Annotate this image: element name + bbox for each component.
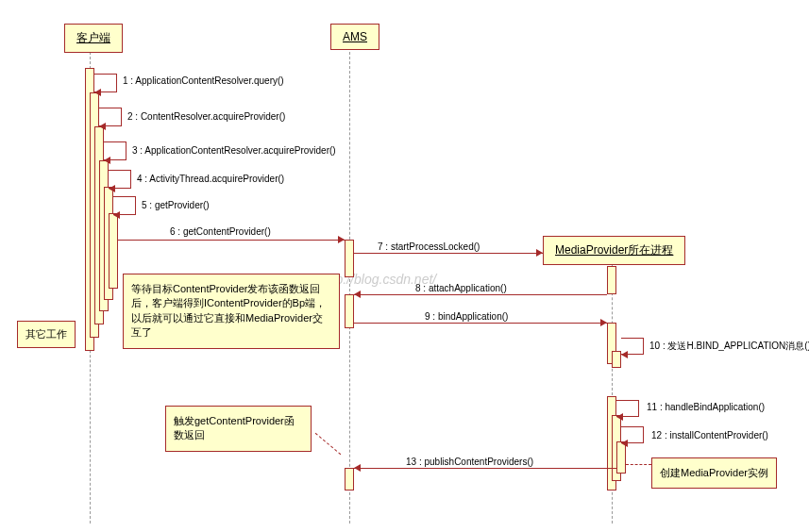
msg-4: 4 : ActivityThread.acquireProvider() xyxy=(137,174,284,184)
arrow-m4 xyxy=(109,185,115,192)
line-m9 xyxy=(354,323,607,324)
msg-6: 6 : getContentProvider() xyxy=(170,226,271,237)
sidebox-other: 其它工作 xyxy=(17,321,76,348)
msg-13: 13 : publishContentProviders() xyxy=(406,457,533,467)
msg-11: 11 : handleBindApplication() xyxy=(647,402,765,412)
arrow-m6 xyxy=(338,236,345,243)
arrow-m12 xyxy=(621,440,628,447)
activation-ams-1 xyxy=(345,240,354,277)
line-m13 xyxy=(354,468,616,469)
arrow-m2 xyxy=(99,123,106,130)
lifeline-client-head: 客户端 xyxy=(64,24,123,53)
arrow-m8 xyxy=(354,291,361,298)
line-m8 xyxy=(354,294,607,295)
lifeline-ams-head: AMS xyxy=(330,24,379,50)
msg-2: 2 : ContentResolver.acquireProvider() xyxy=(127,111,285,122)
lifeline-ams-label: AMS xyxy=(343,30,367,43)
arrow-m13 xyxy=(354,464,361,472)
msg-9: 9 : bindApplication() xyxy=(425,311,508,322)
arrow-m1 xyxy=(94,89,101,96)
arrow-m3 xyxy=(104,157,110,164)
activation-media-1 xyxy=(607,266,616,294)
note-wait: 等待目标ContentProvider发布该函数返回后，客户端得到IConten… xyxy=(123,274,340,349)
anchor-n2 xyxy=(315,433,341,455)
lifeline-ams-dash xyxy=(349,52,350,524)
msg-10: 10 : 发送H.BIND_APPLICATION消息() xyxy=(649,340,809,353)
lifeline-media-label: MediaProvider所在进程 xyxy=(555,243,673,257)
msg-1: 1 : ApplicationContentResolver.query() xyxy=(123,75,284,86)
note-trigger: 触发getContentProvider函数返回 xyxy=(165,406,312,452)
arrow-m7 xyxy=(536,249,543,257)
line-m6 xyxy=(118,240,345,241)
line-m7 xyxy=(354,253,543,254)
msg-8: 8 : attachApplication() xyxy=(415,283,507,293)
note-create: 创建MediaProvider实例 xyxy=(651,457,777,489)
activation-ams-2 xyxy=(345,294,354,328)
arrow-m5 xyxy=(113,211,120,219)
activation-media-2b xyxy=(612,351,621,368)
arrow-m10 xyxy=(621,351,628,358)
arrow-m11 xyxy=(616,413,623,421)
lifeline-client-label: 客户端 xyxy=(76,31,110,44)
lifeline-media-head: MediaProvider所在进程 xyxy=(543,236,685,265)
msg-12: 12 : installContentProvider() xyxy=(651,430,768,441)
msg-7: 7 : startProcessLocked() xyxy=(378,241,480,252)
activation-ams-3 xyxy=(345,468,354,490)
msg-5: 5 : getProvider() xyxy=(142,200,210,210)
activation-client-6 xyxy=(109,213,118,289)
arrow-m9 xyxy=(600,319,607,326)
msg-3: 3 : ApplicationContentResolver.acquirePr… xyxy=(132,145,336,156)
anchor-n3 xyxy=(626,464,651,465)
